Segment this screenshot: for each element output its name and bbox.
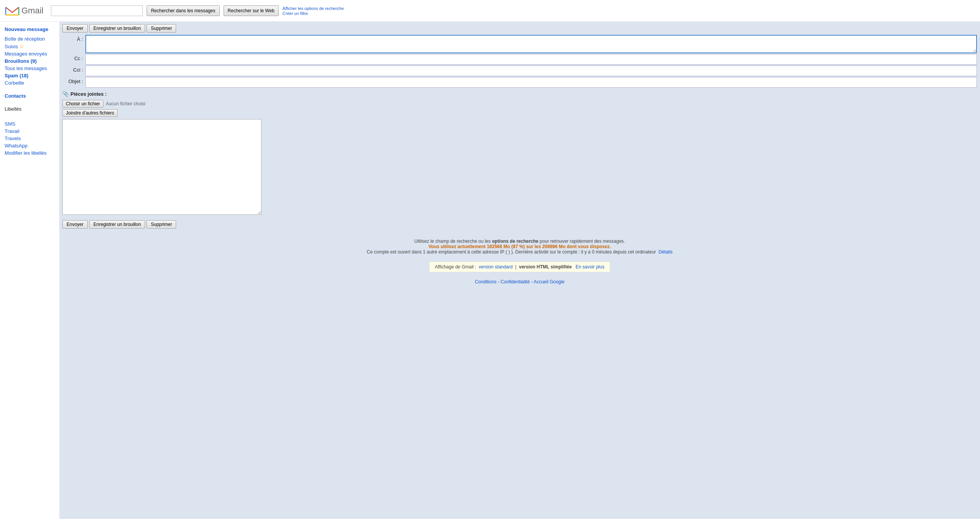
sidebar-item-modify-labels[interactable]: Modifier les libellés (0, 149, 59, 157)
cc-input[interactable] (85, 54, 977, 65)
conditions-link[interactable]: Conditions (475, 279, 497, 285)
sidebar-item-trash[interactable]: Corbeille (0, 79, 59, 87)
confidentiality-link[interactable]: Confidentialité (501, 279, 530, 285)
sidebar: Nouveau message Boîte de réception Suivi… (0, 22, 59, 519)
attachments-row: 📎 Pièces jointes : (62, 88, 977, 98)
bottom-toolbar: Envoyer Enregistrer un brouillon Supprim… (59, 218, 980, 231)
html-version-label: version HTML simplifiée (519, 264, 572, 270)
message-body-input[interactable] (62, 119, 261, 215)
create-filter-link[interactable]: Créer un filtre (283, 11, 344, 16)
hint-prefix: Utilisez le champ de recherche ou les (414, 239, 490, 244)
hint-bold: options de recherche (492, 239, 538, 244)
compose-form: À : Cc : Cci : Objet : 📎 Pièces joi (59, 35, 980, 218)
cc-field-row: Cc : (62, 54, 977, 65)
bcc-label: Cci : (62, 65, 85, 73)
send-button-bottom[interactable]: Envoyer (62, 220, 88, 229)
gmail-version-bar: Affichage de Gmail : version standard | … (429, 262, 610, 272)
account-line: Ce compte est ouvert dans 1 autre emplac… (63, 249, 976, 255)
to-field-row: À : (62, 35, 977, 53)
logo-area: Gmail (5, 3, 43, 18)
subject-input[interactable] (85, 77, 977, 88)
save-draft-button-top[interactable]: Enregistrer un brouillon (89, 24, 145, 33)
standard-version-link[interactable]: version standard (479, 264, 513, 270)
add-more-files-row: Joindre d'autres fichiers (62, 109, 977, 117)
sidebar-item-travels[interactable]: Travels (0, 135, 59, 142)
paperclip-icon: 📎 (62, 91, 69, 97)
sidebar-item-starred[interactable]: Suivis ☆ (0, 43, 59, 50)
search-messages-button[interactable]: Rechercher dans les messages (147, 5, 219, 16)
version-prefix: Affichage de Gmail : (435, 264, 476, 270)
storage-warning: Vous utilisez actuellement 182568 Mo (87… (63, 244, 976, 249)
subject-field-row: Objet : (62, 77, 977, 88)
delete-button-bottom[interactable]: Supprimer (147, 220, 176, 229)
header: Gmail Rechercher dans les messages Reche… (0, 0, 980, 22)
attachments-label: Pièces jointes : (70, 91, 107, 97)
bcc-input[interactable] (85, 65, 977, 76)
sidebar-item-travail[interactable]: Travail (0, 128, 59, 135)
search-hint: Utilisez le champ de recherche ou les op… (63, 239, 976, 244)
hint-suffix: pour retrouver rapidement des messages. (540, 239, 625, 244)
sidebar-bottom-links: SMS Travail Travels WhatsApp Modifier le… (0, 120, 59, 157)
gmail-logo-icon (5, 3, 20, 18)
sidebar-item-whatsapp[interactable]: WhatsApp (0, 142, 59, 149)
sidebar-item-contacts[interactable]: Contacts (0, 92, 59, 100)
to-label: À : (62, 35, 85, 42)
compose-area: Envoyer Enregistrer un brouillon Supprim… (59, 22, 980, 519)
add-more-files-button[interactable]: Joindre d'autres fichiers (62, 109, 118, 117)
main-layout: Nouveau message Boîte de réception Suivi… (0, 22, 980, 519)
details-link[interactable]: Détails (658, 249, 673, 255)
version-separator: | (515, 264, 516, 270)
footer-sep1: - (498, 279, 500, 285)
no-file-chosen-text: Aucun fichier choisi (106, 101, 145, 106)
search-input[interactable] (51, 5, 143, 16)
choose-file-button[interactable]: Choisir un fichier (62, 100, 103, 108)
sidebar-item-sent[interactable]: Messages envoyés (0, 50, 59, 57)
star-icon: ☆ (19, 43, 24, 49)
google-home-link[interactable]: Accueil Google (534, 279, 565, 285)
subject-label: Objet : (62, 77, 85, 84)
show-search-options-link[interactable]: Afficher les options de recherche (283, 6, 344, 11)
attach-controls: Choisir un fichier Aucun fichier choisi (62, 100, 977, 108)
top-toolbar: Envoyer Enregistrer un brouillon Supprim… (59, 22, 980, 35)
sidebar-item-inbox[interactable]: Boîte de réception (0, 35, 59, 43)
sidebar-item-drafts[interactable]: Brouillons (9) (0, 57, 59, 65)
gmail-title: Gmail (21, 6, 43, 16)
new-message-button[interactable]: Nouveau message (0, 25, 59, 35)
sidebar-item-all[interactable]: Tous les messages (0, 65, 59, 72)
footer-sep2: - (531, 279, 534, 285)
footer-info: Utilisez le champ de recherche ou les op… (59, 231, 980, 288)
to-input[interactable] (85, 35, 977, 53)
sidebar-item-sms[interactable]: SMS (0, 120, 59, 128)
cc-label: Cc : (62, 54, 85, 61)
delete-button-top[interactable]: Supprimer (147, 24, 176, 33)
sidebar-labels-heading: Libellés (0, 105, 59, 113)
search-options-links: Afficher les options de recherche Créer … (283, 6, 344, 16)
send-button-top[interactable]: Envoyer (62, 24, 88, 33)
footer-links: Conditions - Confidentialité - Accueil G… (63, 279, 976, 285)
save-draft-button-bottom[interactable]: Enregistrer un brouillon (89, 220, 145, 229)
search-web-button[interactable]: Rechercher sur le Web (224, 5, 279, 16)
version-bar-wrapper: Affichage de Gmail : version standard | … (63, 258, 976, 276)
sidebar-item-spam[interactable]: Spam (18) (0, 72, 59, 79)
bcc-field-row: Cci : (62, 65, 977, 76)
learn-more-link[interactable]: En savoir plus (576, 264, 604, 270)
